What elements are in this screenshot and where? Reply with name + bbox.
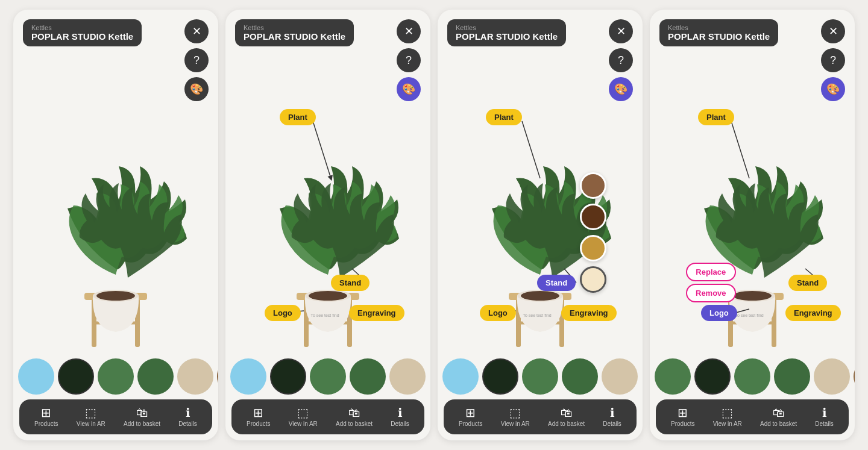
thumb-2-4[interactable] — [350, 358, 386, 395]
thumb-2-5[interactable] — [389, 358, 426, 395]
basket-button-1[interactable]: 🛍 Add to basket — [124, 407, 160, 427]
thumb-4-2[interactable] — [694, 358, 731, 395]
plant-label-2[interactable]: Plant — [280, 109, 316, 125]
thumb-1-5[interactable] — [177, 358, 213, 395]
logo-label-2[interactable]: Logo — [265, 305, 301, 321]
basket-label-3: Add to basket — [548, 420, 585, 427]
product-info-4: Kettles POPLAR STUDIO Kettle — [659, 19, 778, 46]
controls-1: ✕ ? 🎨 — [184, 19, 209, 101]
thumb-4-5[interactable] — [814, 358, 850, 395]
thumb-2-3[interactable] — [310, 358, 346, 395]
thumb-4-3[interactable] — [734, 358, 770, 395]
close-button-1[interactable]: ✕ — [184, 19, 209, 43]
palette-button-1[interactable]: 🎨 — [184, 77, 209, 101]
details-label-4: Details — [815, 420, 834, 427]
thumb-4-4[interactable] — [774, 358, 810, 395]
stand-label-2[interactable]: Stand — [331, 275, 370, 291]
engraving-label-3[interactable]: Engraving — [561, 305, 617, 321]
engraving-label-4[interactable]: Engraving — [785, 305, 841, 321]
ar-icon-4: ⬚ — [722, 407, 733, 419]
products-button-3[interactable]: ⊞ Products — [459, 407, 482, 427]
thumb-strip-4 — [650, 356, 855, 397]
products-icon-1: ⊞ — [41, 407, 51, 419]
details-label-1: Details — [178, 420, 197, 427]
thumb-4-1[interactable] — [655, 358, 691, 395]
plant-scene-1 — [25, 70, 206, 353]
basket-button-2[interactable]: 🛍 Add to basket — [336, 407, 373, 427]
thumb-1-6[interactable] — [217, 358, 218, 395]
thumb-1-4[interactable] — [137, 358, 174, 395]
basket-icon-2: 🛍 — [348, 407, 360, 419]
swatch-wood-4[interactable] — [580, 266, 606, 293]
close-button-3[interactable]: ✕ — [609, 19, 633, 43]
panels-container: Kettles POPLAR STUDIO Kettle ✕ ? 🎨 — [4, 0, 864, 450]
ar-button-2[interactable]: ⬚ View in AR — [289, 407, 318, 427]
basket-label-1: Add to basket — [124, 420, 160, 427]
details-button-1[interactable]: ℹ Details — [178, 407, 197, 427]
ar-button-3[interactable]: ⬚ View in AR — [501, 407, 530, 427]
controls-4: ✕ ? 🎨 — [821, 19, 845, 101]
plant-label-3[interactable]: Plant — [486, 109, 522, 125]
thumb-strip-1 — [13, 356, 218, 397]
swatch-wood-2[interactable] — [580, 204, 606, 230]
products-button-1[interactable]: ⊞ Products — [34, 407, 58, 427]
details-button-3[interactable]: ℹ Details — [603, 407, 621, 427]
stand-label-3[interactable]: Stand — [537, 275, 576, 291]
close-button-2[interactable]: ✕ — [397, 19, 421, 43]
products-button-4[interactable]: ⊞ Products — [671, 407, 694, 427]
thumb-2-2[interactable] — [270, 358, 306, 395]
thumb-4-6[interactable] — [854, 358, 855, 395]
logo-label-3[interactable]: Logo — [480, 305, 516, 321]
swatch-wood-3[interactable] — [580, 235, 606, 261]
products-icon-2: ⊞ — [253, 407, 263, 419]
thumb-3-1[interactable] — [442, 358, 479, 395]
thumb-1-1[interactable] — [18, 358, 54, 395]
products-icon-3: ⊞ — [465, 407, 476, 419]
products-icon-4: ⊞ — [678, 407, 688, 419]
ar-icon-2: ⬚ — [297, 407, 309, 419]
ar-button-4[interactable]: ⬚ View in AR — [713, 407, 742, 427]
product-name-2: POPLAR STUDIO Kettle — [244, 31, 345, 42]
basket-button-4[interactable]: 🛍 Add to basket — [760, 407, 797, 427]
details-button-4[interactable]: ℹ Details — [815, 407, 834, 427]
help-button-2[interactable]: ? — [397, 48, 421, 72]
category-label-3: Kettles — [456, 24, 558, 31]
monstera-svg-1 — [31, 100, 200, 353]
ar-label-1: View in AR — [77, 420, 105, 427]
engraving-label-2[interactable]: Engraving — [349, 305, 404, 321]
palette-button-2[interactable]: 🎨 — [397, 77, 421, 101]
thumb-strip-3 — [438, 356, 643, 397]
plant-label-4[interactable]: Plant — [698, 109, 734, 125]
swatch-wood-1[interactable] — [580, 172, 606, 199]
help-button-1[interactable]: ? — [184, 48, 209, 72]
thumb-2-1[interactable] — [230, 358, 266, 395]
ar-button-1[interactable]: ⬚ View in AR — [77, 407, 105, 427]
details-button-2[interactable]: ℹ Details — [391, 407, 409, 427]
svg-point-29 — [521, 291, 559, 301]
products-button-2[interactable]: ⊞ Products — [247, 407, 270, 427]
toolbar-1: ⊞ Products ⬚ View in AR 🛍 Add to basket … — [19, 399, 212, 434]
thumb-3-2[interactable] — [482, 358, 518, 395]
svg-text:To see test find: To see test find — [523, 313, 551, 317]
basket-label-2: Add to basket — [336, 420, 373, 427]
thumb-3-3[interactable] — [522, 358, 558, 395]
replace-button-4[interactable]: Replace — [686, 263, 736, 281]
palette-button-3[interactable]: 🎨 — [609, 77, 633, 101]
palette-button-4[interactable]: 🎨 — [821, 77, 845, 101]
thumb-3-4[interactable] — [562, 358, 598, 395]
thumb-1-3[interactable] — [98, 358, 134, 395]
logo-label-4[interactable]: Logo — [701, 305, 737, 321]
stand-label-4[interactable]: Stand — [788, 275, 827, 291]
details-label-2: Details — [391, 420, 409, 427]
basket-button-3[interactable]: 🛍 Add to basket — [548, 407, 585, 427]
products-label-4: Products — [671, 420, 694, 427]
close-button-4[interactable]: ✕ — [821, 19, 845, 43]
thumb-3-5[interactable] — [602, 358, 638, 395]
thumb-1-2[interactable] — [58, 358, 94, 395]
help-button-3[interactable]: ? — [609, 48, 633, 72]
category-label-4: Kettles — [668, 24, 770, 31]
help-button-4[interactable]: ? — [821, 48, 845, 72]
product-info-2: Kettles POPLAR STUDIO Kettle — [235, 19, 354, 46]
ar-icon-3: ⬚ — [509, 407, 521, 419]
remove-button-4[interactable]: Remove — [686, 284, 736, 302]
